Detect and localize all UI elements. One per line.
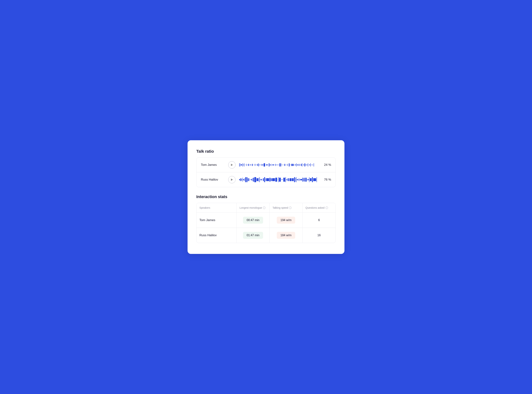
header-questions: Questions asked i bbox=[303, 203, 335, 213]
header-monologue: Longest monologue i bbox=[237, 203, 270, 213]
main-card: Talk ratio Tom James 24 % Russ Halilov 7… bbox=[188, 140, 344, 254]
header-speakers: Speakers bbox=[197, 203, 237, 213]
play-button-tom[interactable] bbox=[228, 161, 235, 169]
stats-row-tom: Tom James 00:47 min 194 w/m 6 bbox=[197, 213, 335, 228]
stats-monologue-tom: 00:47 min bbox=[237, 213, 270, 228]
monologue-badge-tom: 00:47 min bbox=[243, 217, 263, 224]
speed-badge-tom: 194 w/m bbox=[277, 217, 295, 224]
stats-header: Speakers Longest monologue i Talking spe… bbox=[197, 203, 335, 213]
stats-questions-russ: 16 bbox=[303, 228, 335, 243]
monologue-badge-russ: 01:47 min bbox=[243, 232, 263, 239]
play-icon-russ bbox=[231, 178, 233, 181]
talk-ratio-box: Tom James 24 % Russ Halilov 76 % bbox=[196, 157, 336, 187]
speed-badge-russ: 184 w/m bbox=[277, 232, 295, 239]
info-icon-monologue[interactable]: i bbox=[263, 207, 266, 209]
talk-ratio-row-russ: Russ Halilov 76 % bbox=[197, 172, 335, 187]
play-button-russ[interactable] bbox=[228, 176, 235, 183]
stats-table: Speakers Longest monologue i Talking spe… bbox=[196, 203, 336, 243]
stats-questions-tom: 6 bbox=[303, 213, 335, 228]
talk-ratio-row-tom: Tom James 24 % bbox=[197, 158, 335, 172]
header-speed: Talking speed i bbox=[270, 203, 303, 213]
waveform-russ bbox=[239, 176, 317, 183]
waveform-tom bbox=[239, 162, 317, 168]
speaker-name-tom: Tom James bbox=[201, 163, 224, 167]
info-icon-speed[interactable]: i bbox=[289, 207, 292, 209]
stats-row-russ: Russ Halilov 01:47 min 184 w/m 16 bbox=[197, 228, 335, 243]
stats-monologue-russ: 01:47 min bbox=[237, 228, 270, 243]
stats-name-russ: Russ Halilov bbox=[197, 228, 237, 243]
play-icon-tom bbox=[231, 164, 233, 166]
speaker-name-russ: Russ Halilov bbox=[201, 178, 224, 181]
info-icon-questions[interactable]: i bbox=[325, 207, 328, 209]
interaction-stats-title: Interaction stats bbox=[196, 194, 336, 199]
percent-tom: 24 % bbox=[321, 163, 331, 167]
stats-speed-tom: 194 w/m bbox=[270, 213, 303, 228]
percent-russ: 76 % bbox=[321, 178, 331, 181]
talk-ratio-title: Talk ratio bbox=[196, 149, 336, 154]
stats-speed-russ: 184 w/m bbox=[270, 228, 303, 243]
stats-name-tom: Tom James bbox=[197, 213, 237, 228]
